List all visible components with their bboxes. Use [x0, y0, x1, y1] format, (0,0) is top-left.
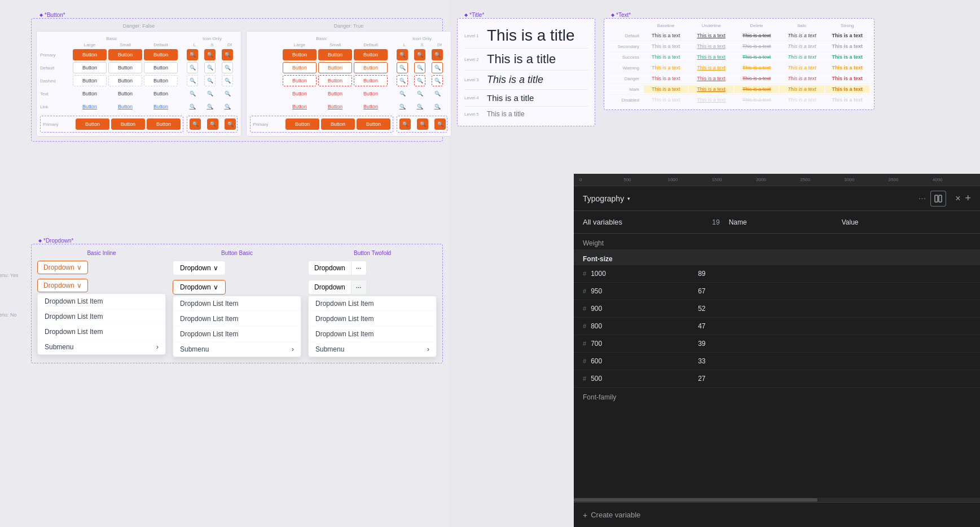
- panel-scrollbar-thumb[interactable]: [574, 498, 818, 502]
- btn-primary2-small[interactable]: Button: [111, 118, 145, 130]
- d-icon-p-d[interactable]: 🔍: [432, 49, 443, 60]
- panel-columns-button[interactable]: [930, 191, 946, 207]
- var-row-900[interactable]: # 900 52: [574, 300, 980, 318]
- dropdown-inline-trigger-no[interactable]: Dropdown ∨: [37, 279, 88, 292]
- d-icon-dash-l[interactable]: 🔍: [397, 75, 408, 86]
- icon-link-small[interactable]: 🔍: [204, 101, 216, 112]
- dd-t-item-1[interactable]: Dropdown List Item: [309, 296, 436, 311]
- btn-default-large[interactable]: Button: [73, 62, 107, 73]
- btn-link-default[interactable]: Button: [144, 101, 178, 112]
- d-icon-p-s[interactable]: 🔍: [414, 49, 425, 60]
- panel-title-chevron[interactable]: ▾: [627, 196, 630, 201]
- d-icon-text-s[interactable]: 🔍: [414, 88, 425, 99]
- danger-dash-default[interactable]: Button: [354, 75, 388, 86]
- dropdown-twofold-trigger-yes[interactable]: Dropdown ···: [308, 261, 367, 275]
- dd-t-submenu[interactable]: Submenu ›: [309, 342, 436, 357]
- dd-submenu-1[interactable]: Submenu ›: [38, 340, 165, 354]
- btn-dashed-small[interactable]: Button: [108, 75, 142, 86]
- btn-text-large[interactable]: Button: [73, 88, 107, 99]
- d-icon-link-s[interactable]: 🔍: [414, 101, 425, 112]
- btn-primary-large[interactable]: Button: [73, 49, 107, 60]
- icon-default-small[interactable]: 🔍: [204, 62, 216, 73]
- d-icon-link-d[interactable]: 🔍: [432, 101, 443, 112]
- danger-dash-small[interactable]: Button: [318, 75, 352, 86]
- danger-p2-default[interactable]: Button: [357, 118, 390, 130]
- danger-def-default[interactable]: Button: [354, 62, 388, 73]
- d-icon-def-l[interactable]: 🔍: [397, 62, 408, 73]
- dropdown-twofold-trigger-no[interactable]: Dropdown ···: [308, 280, 367, 295]
- danger-btn-default[interactable]: Button: [354, 49, 388, 60]
- d-icon-dash-s[interactable]: 🔍: [414, 75, 425, 86]
- section-font-size[interactable]: Font-size: [574, 249, 980, 265]
- icon-primary2-small[interactable]: 🔍: [207, 118, 218, 130]
- panel-scrollbar[interactable]: [574, 498, 980, 502]
- d-icon-dash-d[interactable]: 🔍: [432, 75, 443, 86]
- icon-text-default[interactable]: 🔍: [222, 88, 233, 99]
- var-row-500[interactable]: # 500 27: [574, 370, 980, 388]
- dd-t-item-2[interactable]: Dropdown List Item: [309, 311, 436, 327]
- dropdown-basic-trigger-no[interactable]: Dropdown ∨: [173, 280, 226, 295]
- d-icon-p2-d[interactable]: 🔍: [434, 118, 446, 130]
- icon-default-large[interactable]: 🔍: [187, 62, 198, 73]
- dd-b-item-3[interactable]: Dropdown List Item: [173, 327, 301, 342]
- panel-options-dots[interactable]: ···: [919, 194, 926, 204]
- danger-link-large[interactable]: Button: [283, 101, 317, 112]
- section-font-family[interactable]: Font-family: [574, 388, 980, 403]
- danger-link-small[interactable]: Button: [318, 101, 352, 112]
- btn-text-default[interactable]: Button: [144, 88, 178, 99]
- var-row-700[interactable]: # 700 39: [574, 335, 980, 353]
- dropdown-basic-trigger-yes[interactable]: Dropdown ∨: [173, 261, 226, 275]
- var-row-1000[interactable]: # 1000 89: [574, 265, 980, 283]
- danger-text-small[interactable]: Button: [318, 88, 352, 99]
- dd-b-item-1[interactable]: Dropdown List Item: [173, 296, 301, 311]
- btn-primary2-large[interactable]: Button: [76, 118, 109, 130]
- dd-item-2[interactable]: Dropdown List Item: [38, 309, 165, 324]
- btn-default-small[interactable]: Button: [108, 62, 142, 73]
- dd-b-item-2[interactable]: Dropdown List Item: [173, 311, 301, 327]
- dd-t-item-3[interactable]: Dropdown List Item: [309, 327, 436, 342]
- d-icon-p2-l[interactable]: 🔍: [399, 118, 411, 130]
- d-icon-text-l[interactable]: 🔍: [397, 88, 408, 99]
- btn-primary2-default[interactable]: Button: [147, 118, 181, 130]
- danger-def-small[interactable]: Button: [318, 62, 352, 73]
- d-icon-def-d[interactable]: 🔍: [432, 62, 443, 73]
- section-weight[interactable]: Weight: [574, 234, 980, 249]
- icon-primary-small[interactable]: 🔍: [204, 49, 216, 60]
- danger-link-default[interactable]: Button: [354, 101, 388, 112]
- icon-text-large[interactable]: 🔍: [187, 88, 198, 99]
- dd-item-1[interactable]: Dropdown List Item: [38, 294, 165, 309]
- var-row-800[interactable]: # 800 47: [574, 318, 980, 335]
- panel-footer[interactable]: + Create variable: [574, 502, 980, 527]
- icon-dashed-large[interactable]: 🔍: [187, 75, 198, 86]
- icon-primary2-large[interactable]: 🔍: [190, 118, 201, 130]
- dropdown-inline-trigger-yes[interactable]: Dropdown ∨: [37, 261, 88, 274]
- btn-dashed-large[interactable]: Button: [73, 75, 107, 86]
- btn-link-small[interactable]: Button: [108, 101, 142, 112]
- d-icon-def-s[interactable]: 🔍: [414, 62, 425, 73]
- danger-def-large[interactable]: Button: [283, 62, 317, 73]
- btn-primary-small[interactable]: Button: [108, 49, 142, 60]
- icon-default-default[interactable]: 🔍: [222, 62, 233, 73]
- danger-p2-small[interactable]: Button: [321, 118, 355, 130]
- btn-dashed-default[interactable]: Button: [144, 75, 178, 86]
- danger-dash-large[interactable]: Button: [283, 75, 317, 86]
- icon-primary-default[interactable]: 🔍: [222, 49, 233, 60]
- d-icon-p-l[interactable]: 🔍: [397, 49, 408, 60]
- all-variables-label[interactable]: All variables: [583, 218, 712, 226]
- icon-link-large[interactable]: 🔍: [187, 101, 198, 112]
- icon-primary-large[interactable]: 🔍: [187, 49, 198, 60]
- panel-close-button[interactable]: ×: [955, 194, 960, 204]
- panel-add-button[interactable]: +: [965, 192, 971, 204]
- var-row-950[interactable]: # 950 67: [574, 283, 980, 300]
- d-icon-text-d[interactable]: 🔍: [432, 88, 443, 99]
- btn-default-default[interactable]: Button: [144, 62, 178, 73]
- d-icon-link-l[interactable]: 🔍: [397, 101, 408, 112]
- danger-btn-large[interactable]: Button: [283, 49, 317, 60]
- var-row-600[interactable]: # 600 33: [574, 353, 980, 370]
- danger-text-large[interactable]: Button: [283, 88, 317, 99]
- danger-p2-large[interactable]: Button: [285, 118, 319, 130]
- danger-text-default[interactable]: Button: [354, 88, 388, 99]
- d-icon-p2-s[interactable]: 🔍: [417, 118, 428, 130]
- icon-dashed-default[interactable]: 🔍: [222, 75, 233, 86]
- dd-item-3[interactable]: Dropdown List Item: [38, 324, 165, 340]
